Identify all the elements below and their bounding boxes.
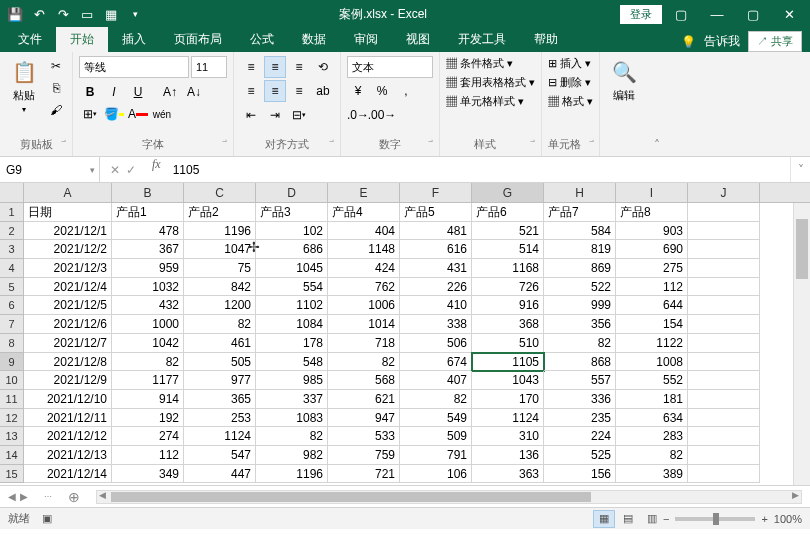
cell-E14[interactable]: 759 [328,446,400,465]
cell-E2[interactable]: 404 [328,222,400,241]
tab-view[interactable]: 视图 [392,27,444,52]
cell-A15[interactable]: 2021/12/14 [24,465,112,484]
row-header[interactable]: 1 [0,203,24,222]
cell-B14[interactable]: 112 [112,446,184,465]
cell-J10[interactable] [688,371,760,390]
cell-G4[interactable]: 1168 [472,259,544,278]
phonetic-button[interactable]: wén [151,103,173,125]
cell-A3[interactable]: 2021/12/2 [24,240,112,259]
cell-H5[interactable]: 522 [544,278,616,297]
cell-C1[interactable]: 产品2 [184,203,256,222]
share-button[interactable]: ↗ 共享 [748,31,802,52]
cell-A5[interactable]: 2021/12/4 [24,278,112,297]
cell-A7[interactable]: 2021/12/6 [24,315,112,334]
cell-C15[interactable]: 447 [184,465,256,484]
cell-G15[interactable]: 363 [472,465,544,484]
decrease-indent-icon[interactable]: ⇤ [240,104,262,126]
cell-J5[interactable] [688,278,760,297]
increase-indent-icon[interactable]: ⇥ [264,104,286,126]
cut-icon[interactable]: ✂ [46,56,66,76]
row-header[interactable]: 15 [0,465,24,484]
increase-decimal-icon[interactable]: .0→ [347,104,369,126]
zoom-level[interactable]: 100% [774,513,802,525]
format-painter-icon[interactable]: 🖌 [46,100,66,120]
cell-F14[interactable]: 791 [400,446,472,465]
cell-J1[interactable] [688,203,760,222]
cell-E10[interactable]: 568 [328,371,400,390]
cell-A6[interactable]: 2021/12/5 [24,296,112,315]
login-button[interactable]: 登录 [620,5,662,24]
maximize-icon[interactable]: ▢ [736,0,770,28]
tab-layout[interactable]: 页面布局 [160,27,236,52]
qat-chart-icon[interactable]: ▦ [100,3,122,25]
cell-H9[interactable]: 868 [544,353,616,372]
row-header[interactable]: 8 [0,334,24,353]
cell-F6[interactable]: 410 [400,296,472,315]
enter-formula-icon[interactable]: ✓ [126,163,136,177]
cell-J2[interactable] [688,222,760,241]
cell-H10[interactable]: 557 [544,371,616,390]
decrease-decimal-icon[interactable]: .00→ [371,104,393,126]
cell-F12[interactable]: 549 [400,409,472,428]
cell-E9[interactable]: 82 [328,353,400,372]
conditional-format-button[interactable]: ▦ 条件格式 ▾ [446,56,535,71]
cell-H11[interactable]: 336 [544,390,616,409]
align-top-icon[interactable]: ≡ [240,56,262,78]
decrease-font-icon[interactable]: A↓ [183,81,205,103]
cell-C13[interactable]: 1124 [184,427,256,446]
align-right-icon[interactable]: ≡ [288,80,310,102]
cell-B6[interactable]: 432 [112,296,184,315]
cell-H14[interactable]: 525 [544,446,616,465]
cell-J12[interactable] [688,409,760,428]
cell-F1[interactable]: 产品5 [400,203,472,222]
cell-E4[interactable]: 424 [328,259,400,278]
border-button[interactable]: ⊞▾ [79,103,101,125]
cell-C6[interactable]: 1200 [184,296,256,315]
cell-G2[interactable]: 521 [472,222,544,241]
cell-G12[interactable]: 1124 [472,409,544,428]
tab-data[interactable]: 数据 [288,27,340,52]
cell-I12[interactable]: 634 [616,409,688,428]
cell-E11[interactable]: 621 [328,390,400,409]
row-header[interactable]: 12 [0,409,24,428]
cell-E7[interactable]: 1014 [328,315,400,334]
cell-A9[interactable]: 2021/12/8 [24,353,112,372]
cell-C3[interactable]: 1047 [184,240,256,259]
cell-C5[interactable]: 842 [184,278,256,297]
row-header[interactable]: 5 [0,278,24,297]
cell-A4[interactable]: 2021/12/3 [24,259,112,278]
fill-color-button[interactable]: 🪣 [103,103,125,125]
cell-F5[interactable]: 226 [400,278,472,297]
delete-cells-button[interactable]: ⊟ 删除 ▾ [548,75,593,90]
cell-D4[interactable]: 1045 [256,259,328,278]
col-header-G[interactable]: G [472,183,544,202]
cell-E5[interactable]: 762 [328,278,400,297]
cell-I15[interactable]: 389 [616,465,688,484]
cell-A10[interactable]: 2021/12/9 [24,371,112,390]
number-format-select[interactable] [347,56,433,78]
cell-G7[interactable]: 368 [472,315,544,334]
cell-A2[interactable]: 2021/12/1 [24,222,112,241]
cell-H6[interactable]: 999 [544,296,616,315]
col-header-A[interactable]: A [24,183,112,202]
cell-B8[interactable]: 1042 [112,334,184,353]
cell-G6[interactable]: 916 [472,296,544,315]
cell-B9[interactable]: 82 [112,353,184,372]
row-header[interactable]: 3 [0,240,24,259]
col-header-C[interactable]: C [184,183,256,202]
select-all-corner[interactable] [0,183,24,202]
tab-help[interactable]: 帮助 [520,27,572,52]
expand-formula-icon[interactable]: ˅ [790,157,810,182]
cell-A13[interactable]: 2021/12/12 [24,427,112,446]
increase-font-icon[interactable]: A↑ [159,81,181,103]
cell-F15[interactable]: 106 [400,465,472,484]
cell-D3[interactable]: 686 [256,240,328,259]
sheet-tab[interactable]: ⋯ [36,486,60,508]
cell-I11[interactable]: 181 [616,390,688,409]
row-header[interactable]: 4 [0,259,24,278]
cell-C8[interactable]: 461 [184,334,256,353]
row-header[interactable]: 7 [0,315,24,334]
cell-G14[interactable]: 136 [472,446,544,465]
format-table-button[interactable]: ▦ 套用表格格式 ▾ [446,75,535,90]
cell-D14[interactable]: 982 [256,446,328,465]
